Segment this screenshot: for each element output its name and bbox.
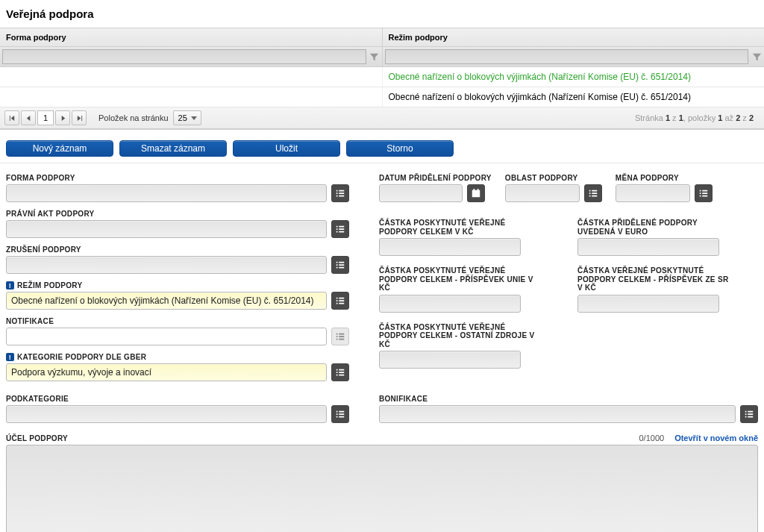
pager-next-button[interactable] — [55, 110, 70, 125]
t: až — [722, 113, 736, 122]
open-in-new-window-link[interactable]: Otevřít v novém okně — [674, 434, 758, 442]
t: 2 — [749, 113, 754, 122]
cell-rezim: Obecné nařízení o blokových výjimkách (N… — [383, 87, 765, 107]
filter-forma-input[interactable] — [2, 49, 366, 64]
label-oblast: OBLAST PODPORY — [505, 174, 602, 182]
t: Stránka — [635, 113, 666, 122]
perpage-select[interactable]: 25 — [173, 110, 201, 125]
pager-page-input[interactable] — [37, 110, 54, 125]
mena-input[interactable] — [616, 184, 690, 202]
label-ostatni-kc: ČÁSTKA POSKYTNUTÉ VEŘEJNÉ PODPORY CELKEM… — [379, 323, 536, 349]
list-icon[interactable] — [331, 220, 349, 238]
filter-icon[interactable] — [751, 51, 762, 62]
list-icon[interactable] — [331, 405, 349, 423]
label-podkategorie: PODKATEGORIE — [6, 395, 361, 403]
cell-forma — [0, 87, 383, 107]
list-icon[interactable] — [695, 184, 713, 202]
label-unie-kc: ČÁSTKA POSKYTNUTÉ VEŘEJNÉ PODPORY CELKEM… — [379, 266, 536, 292]
oblast-input[interactable] — [505, 184, 580, 202]
euro-input[interactable] — [577, 238, 719, 256]
label-rezim: !REŽIM PODPORY — [6, 281, 361, 290]
button-row: Nový záznam Smazat záznam Uložit Storno — [0, 130, 764, 163]
t: KATEGORIE PODPORY DLE GBER — [17, 353, 146, 361]
pager: Položek na stránku 25 Stránka 1 z 1, pol… — [0, 107, 764, 129]
list-icon[interactable] — [331, 256, 349, 274]
filter-rezim-input[interactable] — [385, 49, 749, 64]
t: , položky — [683, 113, 718, 122]
unie-kc-input[interactable] — [379, 295, 521, 313]
grid-filter-row — [0, 47, 764, 67]
bonifikace-input[interactable] — [379, 405, 736, 423]
list-icon[interactable] — [584, 184, 602, 202]
grid-body: Obecné nařízení o blokových výjimkách (N… — [0, 67, 764, 107]
cancel-button[interactable]: Storno — [346, 140, 454, 157]
label-bonifikace: BONIFIKACE — [379, 395, 758, 403]
label-kategorie: !KATEGORIE PODPORY DLE GBER — [6, 353, 361, 361]
pager-first-button[interactable] — [4, 110, 19, 125]
pager-prev-button[interactable] — [21, 110, 36, 125]
list-icon[interactable] — [740, 405, 758, 423]
podkategorie-input[interactable] — [6, 405, 327, 423]
celkem-kc-input[interactable] — [379, 238, 521, 256]
pager-info: Stránka 1 z 1, položky 1 až 2 z 2 — [635, 113, 760, 122]
list-icon[interactable] — [331, 328, 349, 345]
pravni-akt-input[interactable] — [6, 220, 327, 238]
calendar-icon[interactable] — [467, 184, 485, 202]
t: REŽIM PODPORY — [17, 281, 82, 290]
label-zruseni: ZRUŠENÍ PODPORY — [6, 245, 361, 254]
delete-record-button[interactable]: Smazat záznam — [119, 140, 227, 157]
t: z — [740, 113, 749, 122]
filter-icon[interactable] — [369, 51, 380, 62]
sr-kc-input[interactable] — [577, 295, 719, 313]
label-mena: MĚNA PODPORY — [616, 174, 713, 182]
form: FORMA PODPORY PRÁVNÍ AKT PODPORY ZRUŠENÍ… — [0, 163, 764, 395]
datum-input[interactable] — [379, 184, 463, 202]
notifikace-input[interactable] — [6, 328, 327, 345]
label-forma-podpory: FORMA PODPORY — [6, 174, 361, 182]
forma-podpory-input[interactable] — [6, 184, 327, 202]
cell-forma — [0, 67, 383, 87]
label-euro: ČÁSTKA PŘIDĚLENÉ PODPORY UVEDENÁ V EURO — [577, 219, 734, 236]
list-icon[interactable] — [331, 184, 349, 202]
label-ucel: ÚČEL PODPORY — [6, 434, 68, 442]
pager-last-button[interactable] — [72, 110, 87, 125]
rezim-input[interactable] — [6, 292, 327, 310]
label-pravni-akt: PRÁVNÍ AKT PODPORY — [6, 210, 361, 218]
page-title: Veřejná podpora — [0, 0, 764, 28]
col-header-rezim[interactable]: Režim podpory — [383, 28, 765, 46]
t: z — [670, 113, 679, 122]
label-notifikace: NOTIFIKACE — [6, 317, 361, 325]
zruseni-input[interactable] — [6, 256, 327, 274]
table-row[interactable]: Obecné nařízení o blokových výjimkách (N… — [0, 67, 764, 87]
label-sr-kc: ČÁSTKA VEŘEJNÉ POSKYTNUTÉ PODPORY CELKEM… — [577, 266, 734, 292]
kategorie-input[interactable] — [6, 363, 327, 381]
char-counter: 0/1000 — [639, 434, 664, 442]
perpage-label: Položek na stránku — [98, 113, 169, 122]
cell-rezim: Obecné nařízení o blokových výjimkách (N… — [383, 67, 765, 87]
required-icon: ! — [6, 353, 14, 361]
label-datum: DATUM PŘIDĚLENÍ PODPORY — [379, 174, 492, 182]
new-record-button[interactable]: Nový záznam — [6, 140, 113, 157]
grid: Forma podpory Režim podpory Obecné naříz… — [0, 28, 764, 130]
label-celkem-kc: ČÁSTKA POSKYTNUTÉ VEŘEJNÉ PODPORY CELKEM… — [379, 219, 536, 236]
list-icon[interactable] — [331, 363, 349, 381]
required-icon: ! — [6, 281, 14, 290]
ucel-textarea[interactable] — [6, 445, 758, 532]
grid-header: Forma podpory Režim podpory — [0, 28, 764, 47]
list-icon[interactable] — [331, 292, 349, 310]
ostatni-kc-input[interactable] — [379, 351, 521, 369]
save-button[interactable]: Uložit — [233, 140, 340, 157]
table-row[interactable]: Obecné nařízení o blokových výjimkách (N… — [0, 87, 764, 107]
col-header-forma[interactable]: Forma podpory — [0, 28, 383, 46]
